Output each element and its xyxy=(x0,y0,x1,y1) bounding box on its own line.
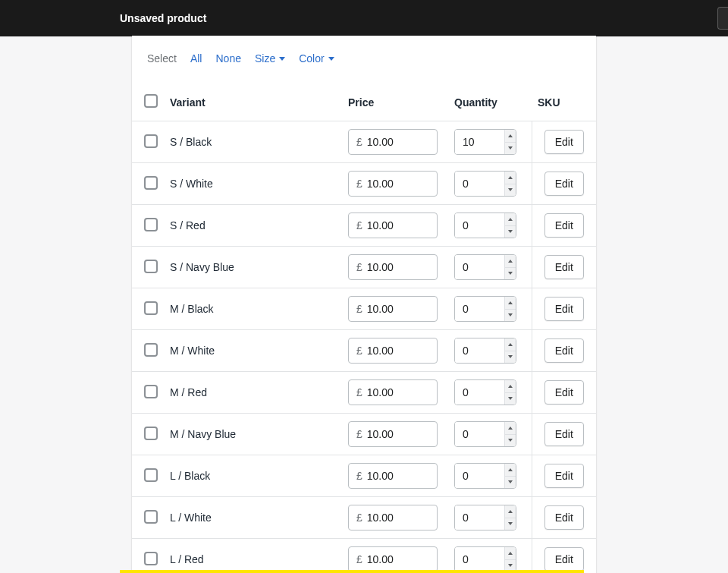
edit-button[interactable]: Edit xyxy=(544,380,584,405)
qty-increment[interactable] xyxy=(505,213,516,225)
qty-decrement[interactable] xyxy=(505,309,516,322)
quantity-field[interactable] xyxy=(454,129,516,155)
select-all-checkbox[interactable] xyxy=(144,94,158,108)
chevron-up-icon xyxy=(508,510,513,513)
price-field[interactable]: £ xyxy=(348,213,438,238)
quantity-input[interactable] xyxy=(455,464,504,488)
price-input[interactable] xyxy=(367,136,429,148)
price-field[interactable]: £ xyxy=(348,379,438,405)
quantity-field[interactable] xyxy=(454,379,516,405)
price-input[interactable] xyxy=(367,470,429,482)
quantity-input[interactable] xyxy=(455,213,504,238)
qty-increment[interactable] xyxy=(505,380,516,392)
edit-button[interactable]: Edit xyxy=(544,422,584,446)
qty-decrement[interactable] xyxy=(505,142,516,155)
qty-decrement[interactable] xyxy=(505,392,516,405)
price-input[interactable] xyxy=(367,261,429,273)
row-checkbox[interactable] xyxy=(144,260,158,273)
table-row: S / Black£Edit xyxy=(132,121,596,163)
quantity-field[interactable] xyxy=(454,213,516,238)
price-input[interactable] xyxy=(367,512,429,524)
row-checkbox[interactable] xyxy=(144,301,158,315)
edit-button[interactable]: Edit xyxy=(544,464,584,488)
price-input[interactable] xyxy=(367,386,429,398)
quantity-field[interactable] xyxy=(454,463,516,489)
row-checkbox[interactable] xyxy=(144,468,158,482)
quantity-input[interactable] xyxy=(455,547,504,571)
chevron-up-icon xyxy=(508,468,513,471)
row-checkbox[interactable] xyxy=(144,385,158,398)
qty-increment[interactable] xyxy=(505,297,516,309)
row-checkbox[interactable] xyxy=(144,510,158,524)
price-field[interactable]: £ xyxy=(348,254,438,280)
quantity-field[interactable] xyxy=(454,338,516,364)
qty-decrement[interactable] xyxy=(505,225,516,238)
qty-increment[interactable] xyxy=(505,338,516,351)
qty-increment[interactable] xyxy=(505,422,516,434)
edit-button[interactable]: Edit xyxy=(544,172,584,196)
quantity-input[interactable] xyxy=(455,255,504,279)
qty-increment[interactable] xyxy=(505,255,516,267)
row-checkbox[interactable] xyxy=(144,176,158,190)
qty-increment[interactable] xyxy=(505,130,516,142)
row-checkbox[interactable] xyxy=(144,343,158,357)
edit-button[interactable]: Edit xyxy=(544,213,584,238)
qty-decrement[interactable] xyxy=(505,267,516,280)
col-header-variant: Variant xyxy=(164,83,342,121)
qty-decrement[interactable] xyxy=(505,351,516,364)
quantity-field[interactable] xyxy=(454,171,516,197)
row-checkbox[interactable] xyxy=(144,552,158,565)
qty-increment[interactable] xyxy=(505,505,516,518)
quantity-field[interactable] xyxy=(454,296,516,322)
price-input[interactable] xyxy=(367,219,429,231)
qty-decrement[interactable] xyxy=(505,434,516,447)
qty-decrement[interactable] xyxy=(505,184,516,197)
price-field[interactable]: £ xyxy=(348,505,438,530)
edit-button[interactable]: Edit xyxy=(544,505,584,530)
quantity-field[interactable] xyxy=(454,546,516,572)
price-field[interactable]: £ xyxy=(348,129,438,155)
select-size-dropdown[interactable]: Size xyxy=(255,52,285,65)
select-all-link[interactable]: All xyxy=(190,52,202,65)
select-none-link[interactable]: None xyxy=(215,52,240,65)
price-field[interactable]: £ xyxy=(348,171,438,197)
quantity-field[interactable] xyxy=(454,421,516,447)
quantity-input[interactable] xyxy=(455,172,504,196)
quantity-input[interactable] xyxy=(455,130,504,154)
row-checkbox[interactable] xyxy=(144,134,158,148)
quantity-field[interactable] xyxy=(454,505,516,530)
edit-button[interactable]: Edit xyxy=(544,338,584,363)
qty-increment[interactable] xyxy=(505,464,516,476)
qty-decrement[interactable] xyxy=(505,518,516,530)
variant-name: M / Red xyxy=(164,372,342,414)
edit-button[interactable]: Edit xyxy=(544,130,584,154)
quantity-input[interactable] xyxy=(455,297,504,321)
quantity-input[interactable] xyxy=(455,338,504,363)
row-checkbox[interactable] xyxy=(144,218,158,231)
quantity-field[interactable] xyxy=(454,254,516,280)
price-input[interactable] xyxy=(367,178,429,190)
edit-button[interactable]: Edit xyxy=(544,255,584,279)
price-field[interactable]: £ xyxy=(348,338,438,364)
price-field[interactable]: £ xyxy=(348,463,438,489)
price-input[interactable] xyxy=(367,553,429,565)
qty-increment[interactable] xyxy=(505,547,516,559)
currency-symbol: £ xyxy=(356,386,362,398)
topbar-action-cutoff[interactable] xyxy=(717,7,728,30)
price-input[interactable] xyxy=(367,345,429,357)
quantity-input[interactable] xyxy=(455,422,504,446)
quantity-input[interactable] xyxy=(455,505,504,530)
select-color-dropdown[interactable]: Color xyxy=(299,52,334,65)
edit-button[interactable]: Edit xyxy=(544,547,584,571)
qty-decrement[interactable] xyxy=(505,476,516,489)
price-input[interactable] xyxy=(367,428,429,440)
col-header-price: Price xyxy=(342,83,448,121)
price-field[interactable]: £ xyxy=(348,296,438,322)
price-input[interactable] xyxy=(367,303,429,315)
edit-button[interactable]: Edit xyxy=(544,297,584,321)
price-field[interactable]: £ xyxy=(348,421,438,447)
price-field[interactable]: £ xyxy=(348,546,438,572)
quantity-input[interactable] xyxy=(455,380,504,405)
qty-increment[interactable] xyxy=(505,172,516,184)
row-checkbox[interactable] xyxy=(144,427,158,440)
